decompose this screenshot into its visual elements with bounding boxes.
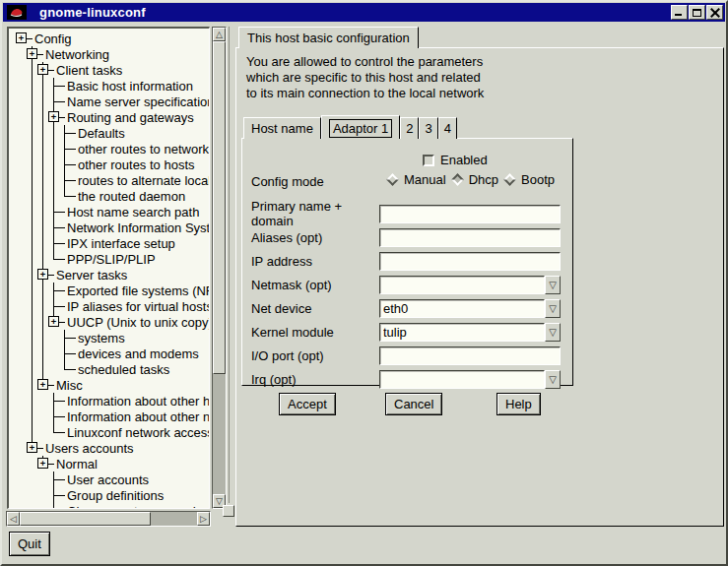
tree-item[interactable]: +UUCP (Unix to unix copy): [9, 314, 209, 330]
tab-2[interactable]: 2: [400, 117, 419, 139]
tree-expander-icon[interactable]: +: [37, 64, 48, 75]
net-device-input[interactable]: [379, 299, 545, 318]
radio-manual[interactable]: Manual: [386, 172, 446, 187]
tree-item[interactable]: PPP/SLIP/PLIP: [9, 251, 209, 267]
tree-item-label: Host name search path: [65, 205, 199, 220]
titlebar[interactable]: gnome-linuxconf: [3, 3, 725, 22]
tree-expander-icon[interactable]: +: [37, 458, 48, 469]
tree-guide: [16, 188, 27, 204]
tree-item-label: other routes to networks: [76, 142, 210, 157]
enabled-checkbox[interactable]: [423, 155, 434, 166]
description-line: You are allowed to control the parameter…: [246, 54, 484, 70]
maximize-button[interactable]: [689, 5, 705, 20]
field-label: I/O port (opt): [251, 348, 379, 363]
tree-expander-icon[interactable]: +: [37, 379, 48, 390]
tree-connector: [48, 94, 59, 109]
tree-connector: [48, 409, 59, 424]
scroll-up-button[interactable]: △: [213, 28, 226, 41]
tree-item[interactable]: +Server tasks: [9, 267, 209, 283]
accept-button[interactable]: Accept: [279, 393, 336, 415]
kernel-module-input[interactable]: [379, 323, 545, 342]
tree-guide: [16, 503, 27, 509]
tree-item[interactable]: Group definitions: [9, 487, 209, 503]
tree-item[interactable]: +Misc: [9, 377, 209, 393]
radio-bootp[interactable]: Bootp: [503, 172, 555, 187]
tree-horizontal-scrollbar[interactable]: ◁ ▷: [6, 511, 211, 527]
vertical-scroll-thumb[interactable]: [213, 41, 226, 374]
tree-item[interactable]: Defaults: [9, 125, 209, 141]
minimize-icon: [675, 14, 682, 16]
tree-item[interactable]: Name server specification (: [9, 94, 209, 109]
horizontal-scroll-thumb[interactable]: [20, 512, 151, 526]
tree-item[interactable]: IP aliases for virtual hosts: [9, 298, 209, 314]
tree-item[interactable]: Information about other netw: [9, 409, 209, 424]
scroll-left-button[interactable]: ◁: [7, 512, 20, 526]
tree-vertical-scrollbar[interactable]: △ ▽: [212, 27, 227, 509]
net-device-dropdown-button[interactable]: ▽: [545, 299, 561, 318]
tree-connector: +: [37, 267, 48, 283]
tree-item[interactable]: Network Information System: [9, 220, 209, 235]
tree-item[interactable]: +Config: [9, 31, 209, 46]
close-button[interactable]: [706, 5, 723, 20]
tree-item[interactable]: +Users accounts: [9, 440, 209, 456]
tree-expander-icon[interactable]: +: [16, 32, 27, 43]
tree-item[interactable]: scheduled tasks: [9, 361, 209, 377]
tree-expander-icon[interactable]: +: [48, 111, 59, 122]
tree-expander-icon[interactable]: +: [27, 442, 37, 453]
tab-host-name[interactable]: Host name: [243, 117, 321, 139]
tree-guide: [27, 204, 37, 220]
field-label: Netmask (opt): [251, 278, 379, 292]
tab-this-host-basic-configuration[interactable]: This host basic configuration: [238, 27, 419, 48]
netmask-opt-input[interactable]: [379, 276, 545, 294]
form-row-i-o-port-opt: I/O port (opt): [251, 344, 561, 367]
tree-expander-icon[interactable]: +: [27, 48, 37, 59]
tree-item[interactable]: +Routing and gateways: [9, 109, 209, 125]
irq-opt-input[interactable]: [379, 370, 545, 389]
primary-name-domain-input[interactable]: [379, 205, 561, 223]
help-button[interactable]: Help: [496, 393, 541, 415]
tree-item[interactable]: User accounts: [9, 472, 209, 487]
tree-item[interactable]: other routes to hosts: [9, 157, 209, 172]
tree-item[interactable]: systems: [9, 330, 209, 346]
tree-item[interactable]: Host name search path: [9, 204, 209, 220]
tree-item[interactable]: +Normal: [9, 456, 209, 472]
tree-expander-icon[interactable]: +: [37, 269, 48, 280]
tree-item[interactable]: Linuxconf network access: [9, 424, 209, 440]
tree-guide: [27, 424, 37, 440]
tree-item[interactable]: other routes to networks: [9, 141, 209, 157]
tree-guide: [27, 330, 37, 346]
tree-item[interactable]: Information about other host: [9, 393, 209, 409]
tree-item-label: Basic host information: [65, 79, 193, 94]
tree-item[interactable]: Basic host information: [9, 78, 209, 94]
tree-connector: +: [37, 62, 48, 78]
tree-item[interactable]: Change root password: [9, 503, 209, 509]
minimize-button[interactable]: [671, 5, 688, 20]
tree-item-label: Information about other netw: [65, 409, 210, 424]
tab-adaptor-1[interactable]: Adaptor 1: [321, 115, 400, 139]
tree-guide: [16, 330, 27, 346]
kernel-module-dropdown-button[interactable]: ▽: [545, 323, 561, 342]
radio-diamond-icon: [503, 173, 516, 186]
quit-button[interactable]: Quit: [9, 532, 50, 556]
tree-item[interactable]: +Networking: [9, 46, 209, 62]
tree-item[interactable]: routes to alternate local ne: [9, 172, 209, 188]
tree-item[interactable]: the routed daemon: [9, 188, 209, 204]
netmask-opt-dropdown-button[interactable]: ▽: [545, 276, 561, 294]
tree-connector: [59, 361, 70, 377]
tree-item[interactable]: devices and modems: [9, 346, 209, 361]
radio-dhcp[interactable]: Dhcp: [451, 172, 498, 187]
tree-item[interactable]: Exported file systems (NFS): [9, 283, 209, 298]
cancel-button[interactable]: Cancel: [385, 393, 442, 415]
scroll-right-button[interactable]: ▷: [197, 512, 210, 526]
aliases-opt-input[interactable]: [379, 228, 561, 247]
pane-resize-handle[interactable]: [223, 505, 234, 517]
tree-item[interactable]: +Client tasks: [9, 62, 209, 78]
tab-3[interactable]: 3: [419, 117, 437, 139]
tree-item[interactable]: IPX interface setup: [9, 235, 209, 251]
irq-opt-dropdown-button[interactable]: ▽: [545, 370, 561, 389]
tree-guide: [27, 314, 37, 330]
i-o-port-opt-input[interactable]: [379, 346, 561, 365]
tree-expander-icon[interactable]: +: [48, 316, 59, 327]
tab-4[interactable]: 4: [438, 117, 457, 139]
ip-address-input[interactable]: [379, 252, 561, 271]
